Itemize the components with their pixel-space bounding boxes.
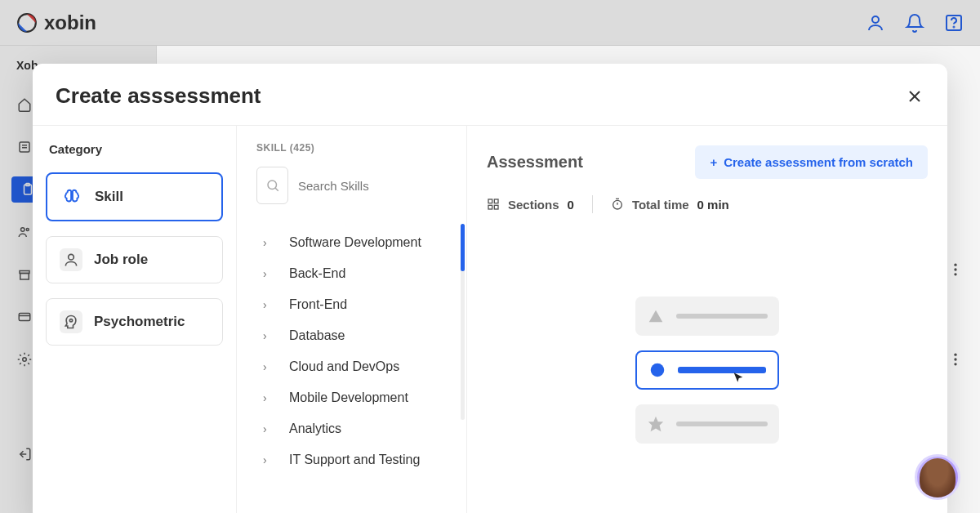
skill-label: Front-End [289,297,347,312]
search-icon[interactable] [256,167,288,204]
skill-item-frontend[interactable]: ›Front-End [256,289,466,320]
modal-title: Create asssessment [56,83,261,109]
search-input[interactable] [298,179,453,193]
svg-rect-29 [488,199,492,203]
skill-item-analytics[interactable]: ›Analytics [256,413,466,444]
illustration-bar [676,314,768,319]
assessment-title: Assessment [487,153,583,172]
sections-value: 0 [568,198,574,212]
timer-icon [611,198,624,211]
skill-item-database[interactable]: ›Database [256,320,466,351]
chevron-right-icon: › [263,267,273,280]
skill-label: Mobile Development [289,390,408,405]
chevron-right-icon: › [263,360,273,373]
close-icon[interactable] [905,87,924,106]
assessment-header: Assessment + Create assessment from scra… [487,145,928,179]
chevron-right-icon: › [263,422,273,435]
sections-meta: Sections 0 [487,198,574,212]
star-icon [647,415,665,433]
svg-rect-32 [494,205,498,209]
skill-item-software-development[interactable]: ›Software Development [256,227,466,258]
skill-item-backend[interactable]: ›Back-End [256,258,466,289]
head-icon [60,310,82,333]
svg-marker-36 [649,310,663,322]
chevron-right-icon: › [263,329,273,342]
svg-point-37 [651,363,665,377]
circle-icon [648,361,666,379]
triangle-icon [647,307,665,325]
time-label: Total time [632,198,689,212]
cursor-icon [732,372,745,385]
category-item-skill[interactable]: Skill [46,172,223,221]
skill-label: Analytics [289,422,341,436]
category-label: Job role [94,252,148,268]
skill-list: ›Software Development ›Back-End ›Front-E… [256,227,466,505]
create-assessment-modal: Create asssessment Category Skill Job ro… [33,64,947,513]
chevron-right-icon: › [263,298,273,311]
illustration-bar [678,367,766,373]
category-item-jobrole[interactable]: Job role [46,236,223,283]
skill-label: Database [289,328,345,343]
scratch-label: Create assessment from scratch [724,155,913,169]
grid-icon [487,198,500,211]
category-column: Category Skill Job role [33,126,237,513]
svg-point-26 [69,319,72,322]
time-meta: Total time 0 min [611,198,729,212]
chevron-right-icon: › [263,236,273,249]
category-item-psychometric[interactable]: Psychometric [46,298,223,346]
search-row [256,167,466,204]
skill-heading: SKILL (425) [256,142,466,154]
skill-label: IT Support and Testing [289,453,420,467]
skill-column: SKILL (425) ›Software Development ›Back-… [237,126,467,513]
modal-header: Create asssessment [33,64,947,125]
assessment-column: Assessment + Create assessment from scra… [467,126,947,513]
category-heading: Category [46,142,223,156]
category-label: Psychometric [94,314,185,330]
svg-point-25 [69,254,74,260]
time-value: 0 min [697,198,729,212]
skill-label: Back-End [289,266,345,281]
scrollbar-thumb[interactable] [461,224,465,271]
avatar[interactable] [915,454,960,500]
brain-icon [60,185,83,208]
sections-label: Sections [508,198,559,212]
illustration-card-active [635,350,779,390]
svg-point-27 [268,181,277,190]
chevron-right-icon: › [263,391,273,404]
svg-rect-30 [494,199,498,203]
illustration-card [635,297,779,336]
avatar-image [920,458,956,497]
svg-rect-31 [488,205,492,209]
create-from-scratch-button[interactable]: + Create assessment from scratch [695,145,928,179]
category-label: Skill [95,189,123,205]
skill-item-it-support-testing[interactable]: ›IT Support and Testing [256,444,466,475]
skill-label: Cloud and DevOps [289,359,399,374]
skill-item-mobile-development[interactable]: ›Mobile Development [256,382,466,413]
person-icon [60,248,82,271]
skill-item-cloud-devops[interactable]: ›Cloud and DevOps [256,351,466,382]
separator [592,195,593,213]
skill-label: Software Development [289,235,421,250]
svg-marker-38 [648,416,663,430]
svg-line-28 [275,188,278,191]
assessment-meta: Sections 0 Total time 0 min [487,195,928,213]
illustration [487,238,928,502]
illustration-card [635,404,779,444]
chevron-right-icon: › [263,453,273,466]
modal-overlay: Create asssessment Category Skill Job ro… [0,0,980,513]
plus-icon: + [710,155,717,169]
modal-body: Category Skill Job role [33,125,947,513]
illustration-bar [676,422,768,426]
